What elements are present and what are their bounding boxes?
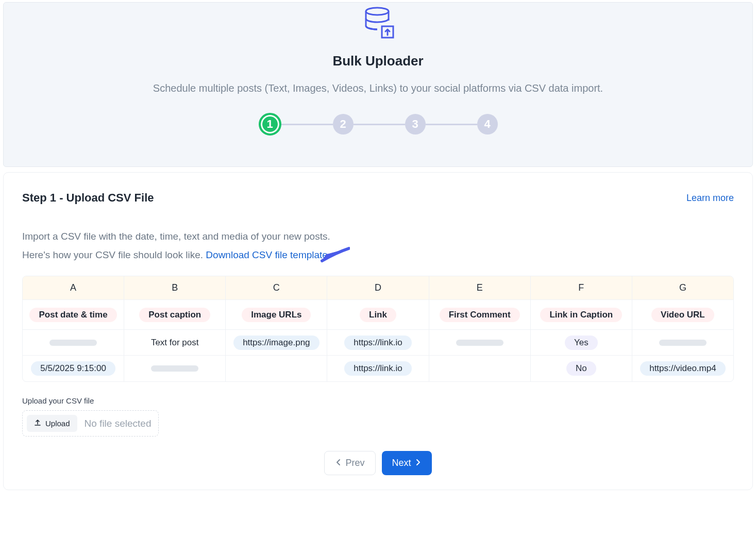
step-3[interactable]: 3 [405,114,426,135]
prev-label: Prev [345,458,364,468]
col-letter: G [632,276,733,300]
table-headers: Post date & time Post caption Image URLs… [23,300,733,330]
table-cell: No [531,356,632,381]
table-cell: Text for post [124,330,226,356]
nav-buttons: Prev Next [22,451,734,475]
col-letter: D [327,276,429,300]
col-header: Post caption [124,300,226,330]
next-label: Next [392,458,411,468]
upload-button[interactable]: Upload [27,415,77,432]
no-file-selected: No file selected [85,418,152,429]
page-title: Bulk Uploader [4,53,752,69]
learn-more-link[interactable]: Learn more [686,193,734,204]
stepper-connector [354,124,405,125]
svg-point-0 [366,8,389,15]
page-subtitle: Schedule multiple posts (Text, Images, V… [4,82,752,94]
stepper-connector [426,124,477,125]
upload-label: Upload your CSV file [22,396,734,405]
step-4[interactable]: 4 [477,114,498,135]
col-header: First Comment [429,300,531,330]
csv-preview-table: A B C D E F G Post date & time Post capt… [22,276,734,382]
download-template-link[interactable]: Download CSV file template [206,249,328,260]
cell-pill: Yes [565,336,598,350]
cell-pill: https://video.mp4 [640,361,725,376]
step-title: Step 1 - Upload CSV File [22,191,154,205]
table-cell: 5/5/2025 9:15:00 [23,356,124,381]
col-letter: E [429,276,531,300]
col-letter: A [23,276,124,300]
col-header: Link in Caption [531,300,632,330]
table-cell [23,330,124,356]
table-cell [429,330,531,356]
step-card: Step 1 - Upload CSV File Learn more Impo… [3,172,753,490]
table-cell: https://link.io [327,330,429,356]
upload-button-label: Upload [45,419,70,428]
cell-pill: https://link.io [344,336,412,350]
chevron-left-icon [335,458,342,468]
col-header: Video URL [632,300,733,330]
stepper: 1 2 3 4 [4,113,752,136]
step-1[interactable]: 1 [259,113,281,136]
cell-pill: https://link.io [344,361,412,376]
cell-text: Text for post [151,338,199,348]
col-letter: C [226,276,327,300]
stepper-connector [281,124,333,125]
table-cell [226,356,327,381]
table-cell: Yes [531,330,632,356]
col-letter: B [124,276,226,300]
cell-pill: No [566,361,596,376]
database-upload-icon [4,5,752,53]
upload-icon [34,419,41,428]
table-cell: https://video.mp4 [632,356,733,381]
prev-button[interactable]: Prev [324,451,375,475]
desc-line-1: Import a CSV file with the date, time, t… [22,227,734,246]
step-description: Import a CSV file with the date, time, t… [22,227,734,264]
step-2[interactable]: 2 [333,114,354,135]
desc-line-2: Here's how your CSV file should look lik… [22,246,734,264]
annotation-arrow-icon [319,246,350,268]
table-row: Text for posthttps://image.pnghttps://li… [23,330,733,356]
table-cell: https://link.io [327,356,429,381]
next-button[interactable]: Next [382,451,432,475]
table-row: 5/5/2025 9:15:00https://link.ioNohttps:/… [23,356,733,381]
table-column-letters: A B C D E F G [23,276,733,300]
col-header: Post date & time [23,300,124,330]
upload-box: Upload No file selected [22,410,159,437]
col-header: Image URLs [226,300,327,330]
table-cell [124,356,226,381]
table-cell: https://image.png [226,330,327,356]
placeholder-skeleton [456,340,503,346]
placeholder-skeleton [49,340,97,346]
table-cell [632,330,733,356]
placeholder-skeleton [151,365,198,372]
placeholder-skeleton [659,340,707,346]
header-section: Bulk Uploader Schedule multiple posts (T… [3,2,753,167]
col-header: Link [327,300,429,330]
col-letter: F [531,276,632,300]
cell-pill: https://image.png [233,336,319,350]
chevron-right-icon [414,458,422,468]
table-cell [429,356,531,381]
cell-pill: 5/5/2025 9:15:00 [31,361,115,376]
